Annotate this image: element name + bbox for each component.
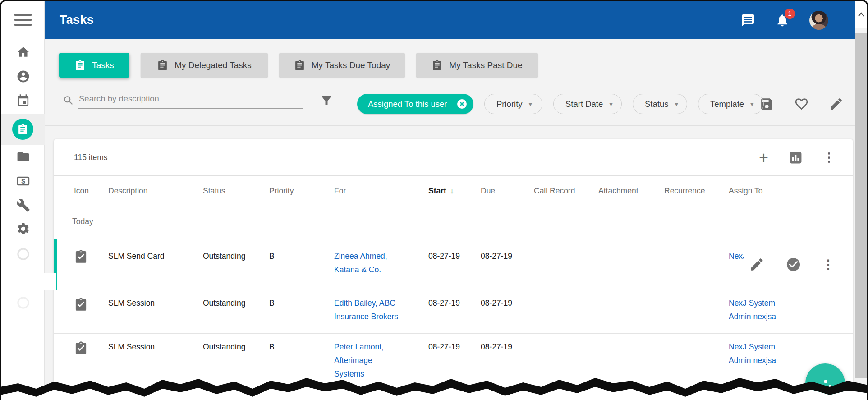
assignee-link[interactable]: NexJ System Admin nexjsa — [729, 340, 797, 367]
search-icon — [63, 95, 74, 106]
chat-button[interactable] — [741, 13, 755, 28]
column-header-recurrence[interactable]: Recurrence — [664, 186, 729, 196]
tab-label: My Tasks Past Due — [449, 60, 522, 70]
cell-due: 08-27-19 — [481, 237, 534, 290]
table-row[interactable]: SLM Session Outstanding B Peter Lamont, … — [54, 334, 853, 400]
chevron-down-icon: ▾ — [609, 100, 613, 108]
search-bar — [63, 92, 333, 109]
tab-tasks[interactable]: Tasks — [59, 53, 129, 78]
sidebar-item-tools[interactable] — [1, 193, 45, 218]
pencil-icon — [749, 257, 765, 272]
row-edit-button[interactable] — [749, 257, 765, 272]
row-actions: ⋮ — [749, 257, 835, 272]
cell-due: 08-27-19 — [481, 334, 534, 400]
column-header-icon[interactable]: Icon — [74, 186, 108, 196]
filter-dropdown-template[interactable]: Template ▾ — [698, 94, 764, 114]
column-header-start[interactable]: Start↓ — [428, 186, 481, 196]
add-task-button[interactable]: + — [759, 150, 768, 166]
chart-view-button[interactable] — [789, 151, 803, 165]
tab-my-delegated-tasks[interactable]: My Delegated Tasks — [141, 53, 268, 78]
assignee-link[interactable]: NexJ System Admin nexjsa — [729, 296, 797, 323]
table-row[interactable]: SLM Session Outstanding B Edith Bailey, … — [54, 290, 853, 334]
tab-label: My Delegated Tasks — [175, 60, 252, 70]
row-complete-button[interactable] — [785, 257, 801, 272]
tools-icon — [16, 198, 30, 212]
sidebar-item-tasks[interactable] — [12, 119, 33, 140]
cell-priority: B — [269, 237, 334, 290]
cell-start: 08-27-19 — [428, 237, 481, 290]
add-fab-button[interactable] — [805, 363, 845, 400]
scrollbar — [855, 1, 867, 400]
user-avatar[interactable] — [809, 11, 828, 30]
list-overflow-menu[interactable]: ⋮ — [823, 152, 835, 164]
sidebar-item-contacts[interactable] — [1, 64, 45, 89]
cell-start: 08-27-19 — [428, 334, 481, 400]
app-window: $ Tasks 1 — [0, 0, 868, 400]
contact-link[interactable]: Edith Bailey, ABC Insurance Brokers — [334, 296, 403, 323]
applied-filter-chip[interactable]: Assigned To this user — [357, 94, 473, 114]
notifications-button[interactable]: 1 — [775, 13, 790, 28]
chevron-down-icon: ▾ — [675, 100, 678, 108]
filter-dropdown-priority[interactable]: Priority ▾ — [484, 94, 542, 114]
column-header-for[interactable]: For — [334, 186, 428, 196]
funnel-icon — [320, 94, 333, 107]
column-header-status[interactable]: Status — [203, 186, 269, 196]
contact-link[interactable]: Peter Lamont, Afterimage Systems — [334, 340, 403, 381]
cell-recurrence — [664, 237, 729, 290]
page-title: Tasks — [60, 13, 94, 27]
contact-link[interactable]: Zineea Ahmed, Katana & Co. — [334, 249, 403, 276]
table-row[interactable]: SLM Send Card Outstanding B Zineea Ahmed… — [54, 237, 853, 290]
tear-artifact — [30, 273, 56, 290]
scrollbar-up-button[interactable] — [855, 1, 867, 28]
filter-dropdown-status[interactable]: Status ▾ — [633, 94, 687, 114]
cell-priority: B — [269, 334, 334, 400]
task-check-icon — [74, 341, 88, 355]
close-icon[interactable] — [457, 99, 467, 109]
cell-status: Outstanding — [203, 334, 269, 400]
scrollbar-thumb[interactable] — [855, 33, 867, 378]
cell-recurrence — [664, 290, 729, 333]
chevron-down-icon: ▾ — [529, 100, 533, 108]
top-app-bar: Tasks 1 — [45, 1, 855, 39]
cell-attachment — [598, 237, 664, 290]
tasks-icon — [17, 124, 28, 135]
column-header-call-record[interactable]: Call Record — [534, 186, 598, 196]
column-header-priority[interactable]: Priority — [269, 186, 334, 196]
cell-recurrence — [664, 334, 729, 400]
tab-my-tasks-due-today[interactable]: My Tasks Due Today — [279, 53, 405, 78]
column-header-assign-to[interactable]: Assign To — [729, 186, 853, 196]
row-overflow-menu[interactable]: ⋮ — [822, 258, 835, 271]
edit-button[interactable] — [829, 97, 844, 111]
cell-description: SLM Send Card — [108, 237, 203, 290]
sidebar-item-home[interactable] — [1, 39, 45, 64]
chat-icon — [741, 13, 755, 28]
search-input[interactable] — [78, 92, 303, 109]
filter-dropdown-start-date[interactable]: Start Date ▾ — [553, 94, 622, 114]
sidebar-item-calendar[interactable] — [1, 88, 45, 113]
home-icon — [16, 45, 30, 59]
column-header-description[interactable]: Description — [108, 186, 203, 196]
filter-funnel-button[interactable] — [320, 94, 333, 107]
group-label: Today — [72, 217, 93, 226]
column-header-due[interactable]: Due — [481, 186, 534, 196]
tab-my-tasks-past-due[interactable]: My Tasks Past Due — [416, 53, 538, 78]
assignee-link[interactable]: NexJ System Admin nexjsa — [729, 249, 744, 263]
chip-label: Assigned To this user — [368, 99, 447, 109]
cell-call-record — [534, 290, 598, 333]
sidebar-item-billing[interactable]: $ — [1, 168, 45, 193]
hamburger-menu-icon[interactable] — [14, 14, 32, 28]
sidebar-item-documents[interactable] — [1, 144, 45, 169]
settings-icon — [16, 222, 30, 236]
billing-icon: $ — [16, 174, 30, 188]
sidebar-item-settings[interactable] — [1, 216, 45, 241]
list-toolbar: 115 items + ⋮ — [54, 139, 853, 176]
cell-description: SLM Session — [108, 334, 203, 400]
cell-priority: B — [269, 290, 334, 333]
documents-folder-icon — [16, 150, 30, 164]
main-content: Tasks My Delegated Tasks My Tasks Due To… — [45, 39, 855, 400]
cell-start: 08-27-19 — [428, 290, 481, 333]
favorite-button[interactable] — [794, 97, 809, 111]
column-header-attachment[interactable]: Attachment — [598, 186, 664, 196]
svg-text:$: $ — [21, 177, 25, 184]
chevron-down-icon: ▾ — [750, 100, 754, 108]
